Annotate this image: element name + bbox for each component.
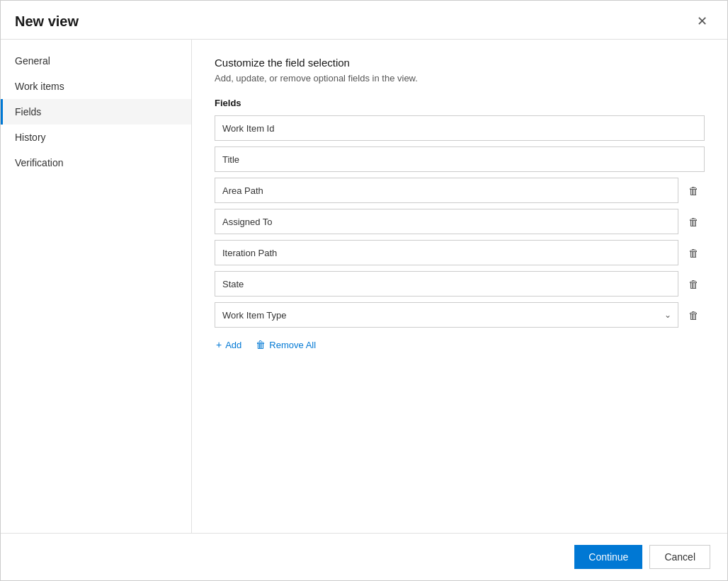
sidebar-item-label: Fields [15,106,41,117]
dialog-header: New view ✕ [1,1,727,40]
remove-all-trash-icon: 🗑 [256,339,266,350]
trash-icon: 🗑 [688,278,699,290]
continue-button[interactable]: Continue [574,545,642,569]
field-row-assigned-to: 🗑 [215,209,705,234]
field-row-iteration-path: 🗑 [215,240,705,265]
content-subtitle: Customize the field selection [215,57,705,69]
delete-state-button[interactable]: 🗑 [683,275,705,293]
delete-area-path-button[interactable]: 🗑 [683,182,705,200]
dialog-body: General Work items Fields History Verifi… [1,40,727,533]
remove-all-button[interactable]: 🗑 Remove All [254,336,317,353]
field-input-assigned-to[interactable] [215,209,678,234]
sidebar-item-label: Work items [15,81,64,92]
sidebar-item-general[interactable]: General [1,48,191,74]
remove-all-label: Remove All [269,340,316,350]
field-row-state: 🗑 [215,271,705,297]
new-view-dialog: New view ✕ General Work items Fields His… [0,0,728,581]
delete-assigned-to-button[interactable]: 🗑 [683,213,705,231]
work-item-type-select-wrapper: Work Item Type ⌄ [215,302,678,328]
close-button[interactable]: ✕ [691,12,713,30]
field-row-area-path: 🗑 [215,178,705,203]
sidebar-item-verification[interactable]: Verification [1,150,191,176]
sidebar-item-fields[interactable]: Fields [1,99,191,125]
sidebar-item-history[interactable]: History [1,125,191,150]
field-input-iteration-path[interactable] [215,240,678,265]
field-input-work-item-id[interactable] [215,115,705,141]
field-row-title [215,146,705,172]
sidebar: General Work items Fields History Verifi… [1,40,192,533]
fields-section-label: Fields [215,98,705,108]
add-icon: + [216,339,222,350]
delete-iteration-path-button[interactable]: 🗑 [683,244,705,262]
dialog-title: New view [15,13,79,30]
sidebar-item-work-items[interactable]: Work items [1,74,191,99]
cancel-button[interactable]: Cancel [649,545,710,569]
field-row-work-item-type: Work Item Type ⌄ 🗑 [215,302,705,328]
delete-work-item-type-button[interactable]: 🗑 [683,306,705,324]
sidebar-item-label: General [15,55,50,67]
field-input-title[interactable] [215,146,705,172]
field-input-area-path[interactable] [215,178,678,203]
dialog-footer: Continue Cancel [1,533,727,580]
add-label: Add [225,340,241,350]
actions-row: + Add 🗑 Remove All [215,336,705,353]
field-input-state[interactable] [215,271,678,297]
trash-icon: 🗑 [688,309,699,321]
field-row-work-item-id [215,115,705,141]
field-select-work-item-type[interactable]: Work Item Type [215,302,678,328]
content-description: Add, update, or remove optional fields i… [215,73,705,84]
trash-icon: 🗑 [688,247,699,259]
sidebar-item-label: History [15,132,46,143]
add-field-button[interactable]: + Add [215,336,243,353]
trash-icon: 🗑 [688,216,699,228]
sidebar-item-label: Verification [15,157,63,168]
main-content: Customize the field selection Add, updat… [192,40,727,533]
trash-icon: 🗑 [688,185,699,197]
